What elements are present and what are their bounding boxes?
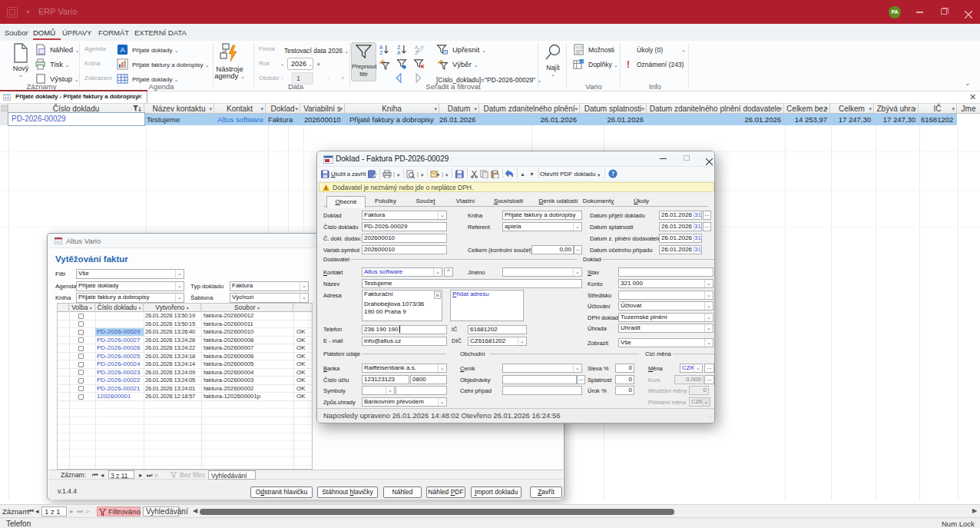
svg-text:?: ? (611, 170, 614, 178)
svg-text:Z: Z (379, 50, 382, 55)
svg-text:A: A (397, 50, 401, 55)
svg-text:A: A (120, 46, 125, 54)
svg-text:Z: Z (397, 45, 400, 50)
svg-text:A: A (379, 45, 383, 50)
svg-text:A: A (415, 45, 419, 50)
